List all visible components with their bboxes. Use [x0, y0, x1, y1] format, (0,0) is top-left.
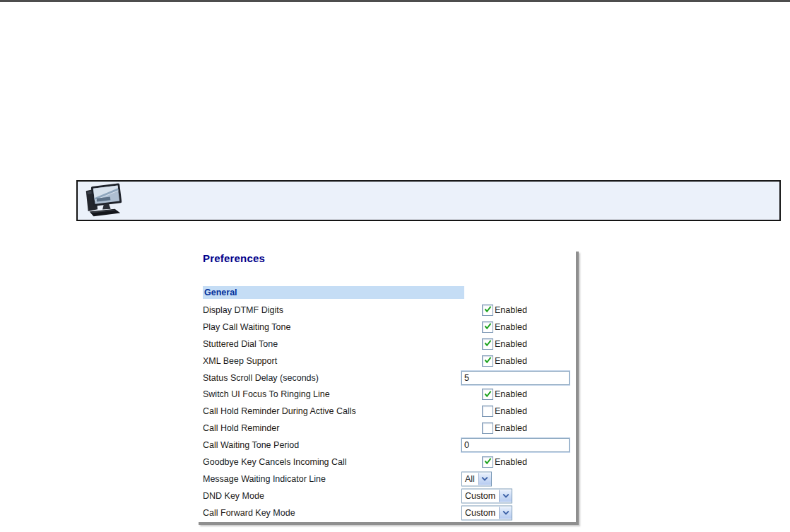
page-top-rule [0, 0, 790, 2]
checkbox-unchecked[interactable] [482, 406, 493, 417]
pref-row-label: Stuttered Dial Tone [203, 339, 278, 349]
checkbox-value-label: Enabled [495, 389, 527, 399]
pref-row: Message Waiting Indicator LineAll [199, 471, 576, 487]
checkbox-control: Enabled [482, 406, 527, 417]
pref-row: XML Beep SupportEnabled [199, 353, 576, 370]
checkbox-checked[interactable] [482, 389, 493, 400]
dropdown-select[interactable]: Custom [461, 488, 512, 503]
checkbox-control: Enabled [482, 338, 527, 350]
checkbox-checked[interactable] [482, 338, 493, 350]
pref-row: Play Call Waiting ToneEnabled [199, 319, 576, 336]
dropdown-select[interactable]: Custom [461, 505, 512, 520]
pref-row-label: Call Hold Reminder During Active Calls [203, 406, 356, 416]
checkbox-checked[interactable] [482, 355, 493, 367]
dropdown-selected-value: All [462, 474, 478, 484]
checkbox-checked[interactable] [482, 456, 493, 468]
checkbox-value-label: Enabled [495, 423, 527, 433]
section-header-general: General [203, 286, 464, 299]
checkbox-control: Enabled [482, 422, 527, 434]
checkbox-value-label: Enabled [495, 356, 527, 366]
checkbox-unchecked[interactable] [482, 422, 493, 434]
pref-row-label: Call Forward Key Mode [203, 508, 295, 518]
pref-row: Call Hold ReminderEnabled [199, 420, 576, 437]
pref-row-label: Switch UI Focus To Ringing Line [203, 389, 330, 399]
section-header-label: General [203, 288, 237, 297]
checkbox-control: Enabled [482, 456, 527, 468]
checkbox-value-label: Enabled [495, 339, 527, 349]
pref-row-label: DND Key Mode [203, 491, 264, 501]
text-input[interactable] [461, 371, 570, 385]
pref-row: Stuttered Dial ToneEnabled [199, 336, 576, 353]
checkbox-control: Enabled [482, 321, 527, 333]
checkbox-value-label: Enabled [495, 406, 527, 416]
pref-row-label: Display DTMF Digits [203, 305, 283, 315]
checkbox-value-label: Enabled [495, 322, 527, 332]
pref-row-label: Call Hold Reminder [203, 423, 279, 433]
text-input[interactable] [461, 438, 570, 452]
chevron-down-icon[interactable] [499, 490, 512, 502]
page-title: Preferences [203, 252, 265, 264]
pref-row: Call Waiting Tone Period [199, 437, 576, 454]
checkbox-value-label: Enabled [495, 305, 527, 315]
pref-row-label: Message Waiting Indicator Line [203, 474, 326, 484]
note-box [76, 180, 781, 221]
chevron-down-icon[interactable] [478, 473, 491, 485]
settings-rows: Display DTMF DigitsEnabledPlay Call Wait… [199, 302, 576, 521]
dropdown-selected-value: Custom [462, 508, 499, 518]
pref-row: Call Forward Key ModeCustom [199, 504, 576, 521]
pref-row-label: Play Call Waiting Tone [203, 322, 290, 332]
preferences-panel: Preferences General Display DTMF DigitsE… [199, 252, 579, 525]
checkbox-control: Enabled [482, 305, 527, 316]
dropdown-select[interactable]: All [461, 471, 492, 486]
chevron-down-icon[interactable] [499, 507, 512, 519]
checkbox-checked[interactable] [482, 305, 493, 316]
pref-row: Display DTMF DigitsEnabled [199, 302, 576, 319]
pref-row: Status Scroll Delay (seconds) [199, 370, 576, 386]
checkbox-checked[interactable] [482, 321, 493, 333]
pref-row: Goodbye Key Cancels Incoming CallEnabled [199, 454, 576, 471]
pref-row-label: XML Beep Support [203, 356, 277, 366]
checkbox-control: Enabled [482, 355, 527, 367]
checkbox-control: Enabled [482, 389, 527, 400]
pref-row-label: Status Scroll Delay (seconds) [203, 373, 319, 383]
pref-row-label: Goodbye Key Cancels Incoming Call [203, 457, 347, 467]
pref-row-label: Call Waiting Tone Period [203, 440, 299, 450]
checkbox-value-label: Enabled [495, 457, 527, 467]
dropdown-selected-value: Custom [462, 491, 499, 501]
desktop-computer-icon [81, 182, 125, 219]
pref-row: Switch UI Focus To Ringing LineEnabled [199, 386, 576, 403]
pref-row: Call Hold Reminder During Active CallsEn… [199, 403, 576, 420]
pref-row: DND Key ModeCustom [199, 487, 576, 504]
